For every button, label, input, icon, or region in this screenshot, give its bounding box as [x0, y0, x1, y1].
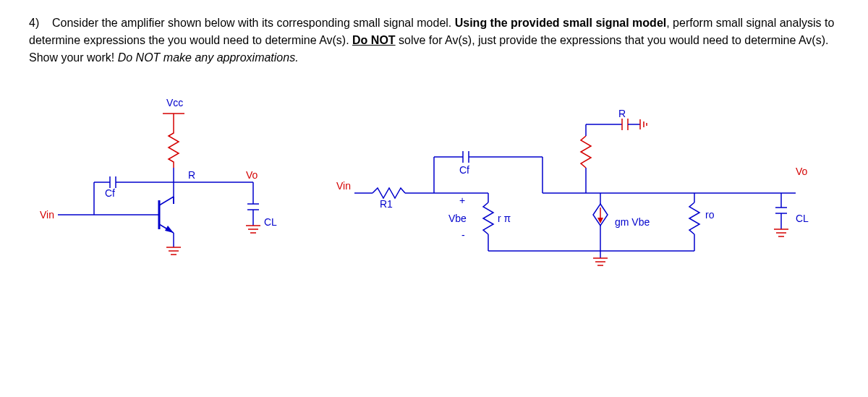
bjt-emitter-arrow [165, 226, 174, 233]
question-text: 4) Consider the amplifier shown below wi… [29, 14, 839, 67]
cl-label: CL [264, 216, 277, 228]
gmvbe-label: gm Vbe [615, 216, 650, 228]
r-label: R [188, 169, 195, 181]
vo-label: Vo [246, 169, 258, 181]
cl-label-2: CL [796, 213, 809, 224]
resistor-rpi [483, 202, 493, 234]
rpi-label: r π [498, 213, 511, 224]
amplifier-circuit: Vcc R Cf Vin [29, 95, 289, 298]
resistor-r-2 [581, 136, 591, 168]
question-number: 4) [29, 17, 39, 29]
vbe-plus: + [459, 195, 465, 206]
cf-label: Cf [105, 187, 115, 199]
svg-line-10 [159, 197, 174, 205]
cf-label-2: Cf [459, 164, 469, 176]
resistor-r [169, 128, 179, 168]
resistor-r1 [373, 188, 405, 198]
ro-label: ro [705, 209, 715, 221]
vbe-minus: - [461, 229, 465, 241]
r1-label: R1 [380, 198, 393, 210]
small-signal-model: Vin R1 Cf + Vbe - r π [333, 95, 839, 298]
vbe-label: Vbe [448, 213, 467, 224]
vo-label-2: Vo [796, 166, 808, 177]
circuits-container: Vcc R Cf Vin [29, 95, 839, 298]
vin-label-2: Vin [336, 180, 351, 192]
r-label-2: R [618, 108, 626, 119]
resistor-ro [689, 202, 699, 234]
vin-label: Vin [40, 209, 54, 221]
vcc-label: Vcc [166, 97, 183, 108]
